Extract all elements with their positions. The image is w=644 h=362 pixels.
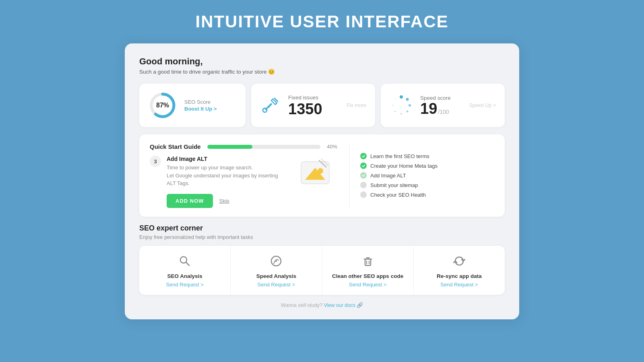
svg-point-19 bbox=[275, 260, 277, 262]
footer-link[interactable]: View our docs 🔗 bbox=[324, 302, 363, 308]
qs-progress-bar-wrap bbox=[207, 145, 320, 149]
greeting-subtitle: Such a good time to drive organic traffi… bbox=[139, 68, 505, 75]
svg-point-7 bbox=[400, 113, 402, 115]
speed-score-value: 19 bbox=[420, 101, 437, 116]
footer-text: Wanna self-study? bbox=[281, 302, 322, 308]
qs-buttons: ADD NOW Skip bbox=[167, 194, 287, 208]
main-card: Good morning, Such a good time to drive … bbox=[125, 43, 519, 319]
svg-point-6 bbox=[407, 111, 409, 113]
checklist-label-2: Create your Home Meta tags bbox=[370, 163, 438, 169]
qs-image-area bbox=[293, 156, 337, 188]
qs-step-desc: Time to power up your image search.Let G… bbox=[167, 164, 287, 187]
svg-rect-20 bbox=[365, 259, 371, 265]
seo-expert-section: SEO expert corner Enjoy free personalize… bbox=[139, 224, 505, 295]
qs-header: Quick Start Guide 40% bbox=[150, 143, 337, 150]
checklist-label-5: Check your SEO Health bbox=[370, 192, 426, 198]
speed-score-text: Speed score 19 /100 bbox=[420, 95, 462, 116]
tool-icon bbox=[260, 95, 281, 116]
fixed-issues-value: 1350 bbox=[288, 101, 339, 117]
expert-card-clean-code[interactable]: Clean other SEO apps code Send Request > bbox=[322, 246, 414, 295]
svg-point-10 bbox=[394, 99, 396, 100]
checklist-item-1: Learn the first SEO terms bbox=[360, 153, 494, 159]
qs-step-row: 3 Add Image ALT Time to power up your im… bbox=[150, 156, 337, 208]
speed-number-row: 19 /100 bbox=[420, 101, 462, 116]
seo-score-action[interactable]: Boost It Up > bbox=[184, 106, 217, 112]
speed-up-link[interactable]: Speed Up > bbox=[469, 103, 496, 108]
qs-step-number: 3 bbox=[150, 156, 161, 167]
seo-expert-subtitle: Enjoy free personalized help with import… bbox=[139, 234, 505, 240]
check-empty-icon-1 bbox=[360, 182, 367, 188]
svg-point-4 bbox=[406, 98, 409, 101]
quick-start-left: Quick Start Guide 40% 3 Add Image ALT Ti… bbox=[150, 143, 337, 208]
fixed-issues-label: Fixed issues bbox=[288, 95, 339, 101]
expert-card-seo-analysis[interactable]: SEO Analysis Send Request > bbox=[139, 246, 231, 295]
checklist-label-1: Learn the first SEO terms bbox=[370, 153, 429, 159]
seo-donut-chart: 87% bbox=[148, 91, 177, 120]
svg-point-2 bbox=[263, 108, 267, 112]
check-empty-icon-2 bbox=[360, 191, 367, 198]
add-now-button[interactable]: ADD NOW bbox=[167, 194, 213, 208]
svg-point-9 bbox=[392, 105, 394, 106]
checklist-item-3: Add Image ALT bbox=[360, 172, 494, 179]
quick-start-card: Quick Start Guide 40% 3 Add Image ALT Ti… bbox=[139, 134, 505, 217]
speed-score-card: Speed score 19 /100 Speed Up > bbox=[381, 84, 505, 127]
check-done-icon bbox=[360, 153, 367, 159]
search-icon bbox=[178, 255, 191, 269]
qs-percent: 40% bbox=[327, 144, 337, 150]
checklist-item-4: Submit your sitemap bbox=[360, 182, 494, 188]
checklist-item-5: Check your SEO Health bbox=[360, 191, 494, 198]
speed-score-denom: /100 bbox=[438, 109, 449, 115]
checklist-label-4: Submit your sitemap bbox=[370, 182, 418, 188]
greeting-title: Good morning, bbox=[139, 56, 505, 67]
svg-point-3 bbox=[400, 95, 403, 99]
seo-expert-title: SEO expert corner bbox=[139, 224, 505, 232]
clean-code-link[interactable]: Send Request > bbox=[349, 282, 387, 288]
page-title: INTUITIVE USER INTERFACE bbox=[195, 12, 448, 31]
check-done-icon-2 bbox=[360, 162, 367, 169]
qs-step-title: Add Image ALT bbox=[167, 156, 287, 162]
fix-more-link[interactable]: Fix more bbox=[347, 103, 366, 108]
seo-score-label: SEO Score bbox=[184, 99, 217, 105]
seo-analysis-link[interactable]: Send Request > bbox=[166, 282, 204, 288]
sync-icon bbox=[453, 255, 466, 269]
clean-code-title: Clean other SEO apps code bbox=[332, 273, 403, 279]
greeting-section: Good morning, Such a good time to drive … bbox=[139, 56, 505, 75]
checklist-label-3: Add Image ALT bbox=[370, 173, 406, 179]
expert-card-speed-analysis[interactable]: Speed Analysis Send Request > bbox=[231, 246, 322, 295]
check-partial-icon bbox=[360, 172, 367, 179]
resync-link[interactable]: Send Request > bbox=[440, 282, 478, 288]
expert-cards-row: SEO Analysis Send Request > Speed Analys… bbox=[139, 246, 505, 295]
quick-start-checklist: Learn the first SEO terms Create your Ho… bbox=[349, 143, 494, 208]
qs-step-content: Add Image ALT Time to power up your imag… bbox=[167, 156, 287, 208]
speed-analysis-title: Speed Analysis bbox=[256, 273, 296, 279]
checklist-item-2: Create your Home Meta tags bbox=[360, 162, 494, 169]
seo-score-card: 87% SEO Score Boost It Up > bbox=[139, 84, 246, 127]
seo-score-percent: 87% bbox=[156, 102, 169, 109]
fixed-issues-text: Fixed issues 1350 bbox=[288, 95, 339, 117]
expert-card-resync[interactable]: Re-sync app data Send Request > bbox=[414, 246, 505, 295]
skip-button[interactable]: Skip bbox=[219, 198, 229, 204]
seo-score-text: SEO Score Boost It Up > bbox=[184, 99, 217, 112]
trash-icon bbox=[361, 255, 374, 269]
speed-icon bbox=[270, 255, 283, 269]
svg-point-13 bbox=[318, 168, 323, 174]
fixed-issues-card: Fixed issues 1350 Fix more bbox=[251, 84, 375, 127]
qs-title: Quick Start Guide bbox=[150, 143, 201, 150]
footer-section: Wanna self-study? View our docs 🔗 bbox=[139, 302, 505, 308]
seo-analysis-title: SEO Analysis bbox=[167, 273, 202, 279]
svg-line-17 bbox=[186, 262, 189, 265]
resync-title: Re-sync app data bbox=[437, 273, 482, 279]
svg-point-5 bbox=[409, 104, 411, 107]
svg-point-8 bbox=[394, 111, 396, 112]
spinner-icon bbox=[390, 94, 413, 117]
qs-progress-bar bbox=[207, 145, 253, 149]
speed-analysis-link[interactable]: Send Request > bbox=[258, 282, 295, 288]
stats-row: 87% SEO Score Boost It Up > bbox=[139, 84, 505, 127]
